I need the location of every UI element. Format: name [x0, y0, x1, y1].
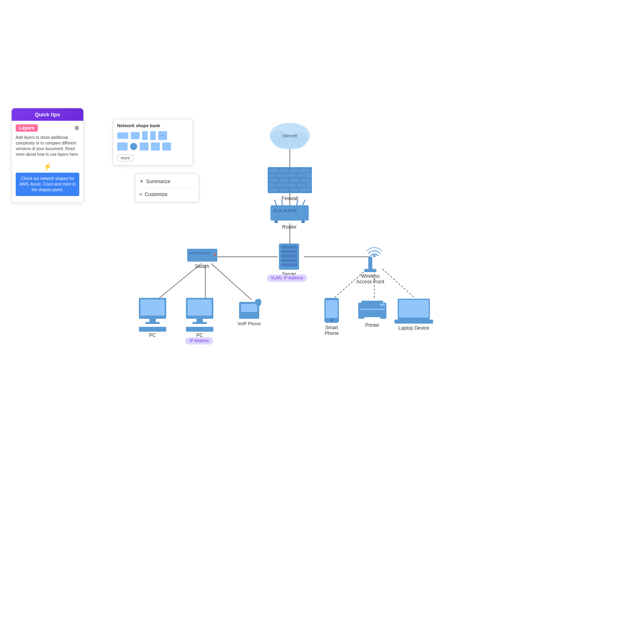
svg-rect-91 [324, 298, 339, 323]
svg-text:PC: PC [196, 332, 203, 338]
shape-icon-2 [131, 132, 140, 139]
svg-rect-88 [239, 302, 259, 319]
svg-rect-62 [192, 252, 195, 254]
svg-rect-33 [268, 188, 278, 192]
svg-rect-24 [297, 173, 306, 178]
shape-icon-8 [140, 142, 149, 151]
svg-point-71 [373, 255, 376, 257]
svg-rect-26 [279, 178, 289, 182]
svg-rect-80 [186, 298, 213, 319]
customize-button[interactable]: ≡ Customize [139, 190, 195, 199]
svg-rect-105 [394, 320, 433, 324]
svg-rect-43 [274, 209, 277, 212]
svg-line-40 [282, 200, 283, 205]
svg-rect-25 [268, 178, 278, 182]
svg-text:Smart: Smart [325, 325, 339, 330]
summarize-label: Summarize [146, 179, 171, 184]
svg-rect-53 [281, 250, 297, 253]
quick-tips-arrow: ⚡ [12, 162, 83, 171]
layers-icon: ⊕ [74, 124, 79, 132]
svg-rect-78 [139, 327, 166, 332]
svg-point-11 [270, 123, 310, 149]
svg-rect-99 [364, 317, 380, 321]
svg-rect-35 [289, 188, 299, 192]
svg-rect-22 [276, 173, 285, 178]
svg-line-39 [275, 200, 277, 205]
svg-rect-30 [276, 183, 285, 187]
svg-rect-64 [200, 252, 202, 254]
svg-rect-103 [398, 299, 430, 320]
svg-rect-44 [279, 209, 282, 212]
shape-icon-1 [117, 132, 128, 139]
svg-line-41 [297, 200, 298, 205]
shape-icon-5: 〜 [158, 131, 167, 140]
svg-rect-70 [364, 269, 376, 272]
svg-rect-74 [139, 298, 166, 319]
svg-rect-96 [358, 303, 386, 319]
shape-icon-10 [162, 142, 171, 151]
svg-rect-92 [326, 300, 338, 318]
quick-tips-panel: Quick tips Layers ⊕ Add layers to show a… [11, 108, 84, 203]
action-divider [139, 188, 195, 188]
svg-rect-28 [300, 178, 311, 182]
svg-rect-63 [196, 252, 199, 254]
svg-rect-19 [289, 169, 299, 173]
svg-point-14 [274, 136, 306, 149]
svg-line-5 [157, 264, 201, 300]
svg-line-8 [334, 270, 366, 298]
shape-icon-3 [142, 131, 148, 140]
shape-icon-9 [151, 142, 160, 151]
svg-point-93 [330, 318, 333, 322]
svg-rect-75 [140, 299, 165, 316]
svg-text:Internet: Internet [282, 133, 297, 138]
svg-rect-98 [360, 309, 384, 310]
svg-text:Router: Router [282, 224, 297, 230]
svg-text:Phone: Phone [325, 330, 339, 336]
shape-icon-6 [117, 142, 128, 151]
shape-bank-row-2 [117, 142, 189, 151]
svg-rect-84 [186, 327, 213, 332]
svg-rect-58 [267, 275, 307, 282]
svg-line-42 [303, 200, 305, 205]
svg-rect-36 [300, 188, 311, 192]
svg-rect-17 [268, 169, 278, 173]
action-panel: ✦ Summarize ≡ Customize [135, 173, 199, 202]
customize-label: Customize [145, 192, 168, 197]
shape-icon-7 [130, 143, 137, 150]
svg-line-7 [211, 264, 252, 300]
shape-more-button[interactable]: more [117, 155, 134, 161]
svg-rect-82 [196, 319, 203, 322]
svg-rect-31 [286, 183, 296, 187]
svg-rect-104 [399, 300, 429, 318]
svg-rect-16 [268, 167, 312, 193]
svg-rect-66 [207, 252, 210, 254]
svg-text:Firewall: Firewall [281, 196, 298, 201]
quick-tips-promo: Check out network shapes for AWS, Azure,… [16, 173, 79, 196]
svg-rect-83 [192, 322, 207, 324]
svg-rect-51 [279, 244, 299, 270]
svg-rect-76 [149, 319, 156, 322]
svg-point-12 [271, 131, 289, 145]
svg-rect-97 [361, 301, 383, 305]
svg-point-100 [380, 303, 382, 306]
svg-rect-46 [288, 209, 292, 212]
svg-rect-89 [241, 304, 257, 312]
svg-rect-77 [145, 322, 160, 324]
svg-text:Printer: Printer [365, 322, 379, 328]
svg-text:VLAN, IP Address: VLAN, IP Address [271, 276, 303, 280]
svg-rect-86 [185, 337, 213, 345]
summarize-button[interactable]: ✦ Summarize [139, 177, 195, 186]
svg-rect-45 [283, 209, 287, 212]
summarize-icon: ✦ [139, 178, 144, 184]
svg-text:Server: Server [282, 271, 296, 277]
svg-rect-60 [187, 249, 217, 262]
quick-tips-description: Add layers to show additional complexity… [12, 133, 83, 161]
layers-badge: Layers [16, 124, 38, 132]
svg-rect-23 [286, 173, 296, 178]
svg-rect-29 [268, 183, 275, 187]
svg-rect-38 [270, 205, 309, 221]
svg-text:×: × [213, 252, 217, 258]
shape-bank-row-1: 〜 [117, 131, 189, 140]
svg-text:Laptop Device: Laptop Device [398, 325, 429, 331]
svg-rect-49 [301, 221, 305, 223]
